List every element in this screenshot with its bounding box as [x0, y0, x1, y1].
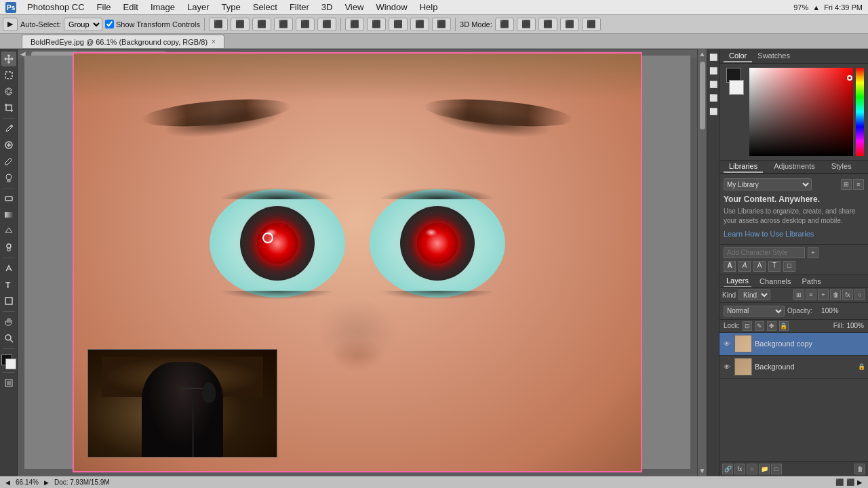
- tab-adjustments[interactable]: Adjustments: [768, 161, 821, 173]
- 3d-btn-1[interactable]: ⬛: [495, 18, 514, 31]
- move-tool[interactable]: [1, 52, 16, 66]
- menu-view[interactable]: View: [339, 1, 369, 14]
- clone-tool[interactable]: [1, 170, 16, 185]
- align-middle-btn[interactable]: ⬛: [296, 18, 315, 31]
- char-text-btn[interactable]: T: [768, 261, 781, 272]
- eraser-tool[interactable]: [1, 191, 16, 206]
- layer-delete-btn[interactable]: 🗑: [830, 289, 841, 300]
- align-left-btn[interactable]: ⬛: [209, 18, 228, 31]
- brush-tool[interactable]: [1, 154, 16, 169]
- layer-fx-btn[interactable]: fx: [842, 289, 853, 300]
- blur-tool[interactable]: [1, 224, 16, 239]
- lock-position-btn[interactable]: ✥: [767, 321, 776, 331]
- menu-image[interactable]: Image: [145, 1, 180, 14]
- panel-btn-5[interactable]: ⬜: [708, 106, 719, 117]
- menu-edit[interactable]: Edit: [118, 1, 144, 14]
- color-gradient-picker[interactable]: [749, 68, 853, 156]
- align-bottom-btn[interactable]: ⬛: [317, 18, 336, 31]
- char-regular-btn[interactable]: A: [753, 261, 766, 272]
- tab-paths[interactable]: Paths: [800, 276, 824, 287]
- screen-mode-btn[interactable]: [1, 375, 16, 390]
- tool-arrow-btn[interactable]: ▶: [3, 18, 18, 31]
- document-tab[interactable]: BoldRedEye.jpg @ 66.1% (Background copy,…: [22, 35, 224, 48]
- scroll-up-arrow[interactable]: ▲: [698, 49, 707, 59]
- library-list-btn[interactable]: ≡: [853, 179, 864, 190]
- menu-window[interactable]: Window: [370, 1, 412, 14]
- layer-create-btn[interactable]: +: [818, 289, 829, 300]
- show-transform-checkbox[interactable]: [105, 20, 114, 28]
- char-italic-btn[interactable]: A: [738, 261, 751, 272]
- menu-3d[interactable]: 3D: [316, 1, 338, 14]
- new-layer-btn[interactable]: □: [771, 464, 782, 474]
- menu-help[interactable]: Help: [414, 1, 443, 14]
- layer-sort-btn[interactable]: ≡: [806, 289, 816, 300]
- menu-select[interactable]: Select: [248, 1, 283, 14]
- pen-tool[interactable]: [1, 261, 16, 276]
- distribute-btn-5[interactable]: ⬛: [432, 18, 451, 31]
- lasso-tool[interactable]: [1, 84, 16, 99]
- distribute-btn-4[interactable]: ⬛: [410, 18, 429, 31]
- eyedropper-tool[interactable]: [1, 121, 16, 136]
- layer-visibility-bg[interactable]: 👁: [722, 362, 732, 371]
- zoom-tool[interactable]: [1, 331, 16, 346]
- character-style-input[interactable]: [724, 247, 805, 258]
- toolbar-bg-color[interactable]: [5, 359, 16, 369]
- library-dropdown[interactable]: My Library: [724, 178, 812, 190]
- menu-photoshop[interactable]: Photoshop CC: [22, 1, 90, 14]
- text-tool[interactable]: T: [1, 277, 16, 292]
- scroll-down-arrow[interactable]: ▼: [698, 466, 707, 476]
- document-canvas[interactable]: [73, 52, 642, 472]
- v-scroll-thumb[interactable]: [700, 62, 705, 129]
- new-group-btn[interactable]: 📁: [759, 464, 770, 474]
- tab-styles[interactable]: Styles: [826, 161, 857, 173]
- char-bold-btn[interactable]: A: [724, 261, 736, 272]
- selection-tool[interactable]: [1, 68, 16, 83]
- 3d-btn-4[interactable]: ⬛: [560, 18, 579, 31]
- layer-item-background[interactable]: 👁 Background 🔒: [719, 356, 868, 379]
- hand-tool[interactable]: [1, 314, 16, 329]
- auto-select-dropdown[interactable]: GroupLayer: [64, 18, 102, 31]
- align-top-btn[interactable]: ⬛: [274, 18, 293, 31]
- menu-type[interactable]: Type: [216, 1, 246, 14]
- tab-libraries[interactable]: Libraries: [724, 161, 763, 173]
- lock-pixels-btn[interactable]: ✎: [755, 321, 764, 331]
- delete-layer-btn[interactable]: 🗑: [854, 464, 865, 474]
- panel-btn-1[interactable]: ⬜: [708, 52, 719, 62]
- char-shape-btn[interactable]: □: [783, 261, 795, 272]
- dodge-tool[interactable]: [1, 240, 16, 255]
- distribute-btn-1[interactable]: ⬛: [345, 18, 364, 31]
- heal-tool[interactable]: [1, 138, 16, 152]
- gradient-tool[interactable]: [1, 207, 16, 222]
- layer-mask-btn[interactable]: ○: [854, 289, 865, 300]
- background-color-swatch[interactable]: [729, 80, 744, 95]
- add-style-btn[interactable]: fx: [734, 464, 745, 474]
- tab-color[interactable]: Color: [724, 50, 752, 62]
- canvas-area[interactable]: ◀ ▶: [18, 49, 697, 476]
- layer-filter-btn[interactable]: ⊞: [793, 289, 804, 300]
- status-right-arrow[interactable]: ▶: [44, 479, 49, 486]
- distribute-btn-3[interactable]: ⬛: [389, 18, 408, 31]
- libraries-learn-link[interactable]: Learn How to Use Libraries: [724, 230, 814, 238]
- hue-slider[interactable]: [856, 68, 864, 156]
- panel-btn-2[interactable]: ⬜: [708, 65, 719, 76]
- lock-transparent-btn[interactable]: ⊡: [743, 321, 752, 331]
- layer-kind-select[interactable]: Kind: [738, 289, 770, 300]
- character-style-add-btn[interactable]: +: [808, 247, 818, 258]
- add-mask-btn[interactable]: ○: [747, 464, 757, 474]
- menu-file[interactable]: File: [92, 1, 117, 14]
- status-left-arrow[interactable]: ◀: [5, 479, 10, 486]
- align-center-btn[interactable]: ⬛: [231, 18, 250, 31]
- distribute-btn-2[interactable]: ⬛: [367, 18, 386, 31]
- 3d-btn-2[interactable]: ⬛: [517, 18, 536, 31]
- tab-channels[interactable]: Channels: [757, 276, 793, 287]
- layer-visibility-bg-copy[interactable]: 👁: [722, 339, 732, 348]
- tab-swatches[interactable]: Swatches: [752, 50, 795, 62]
- vertical-scrollbar[interactable]: ▲ ▼: [697, 49, 707, 476]
- 3d-btn-3[interactable]: ⬛: [538, 18, 557, 31]
- link-layers-btn[interactable]: 🔗: [722, 464, 733, 474]
- panel-btn-3[interactable]: ⬜: [708, 79, 719, 89]
- crop-tool[interactable]: [1, 100, 16, 115]
- menu-layer[interactable]: Layer: [182, 1, 215, 14]
- tab-layers[interactable]: Layers: [724, 275, 751, 287]
- lock-all-btn[interactable]: 🔒: [779, 321, 789, 331]
